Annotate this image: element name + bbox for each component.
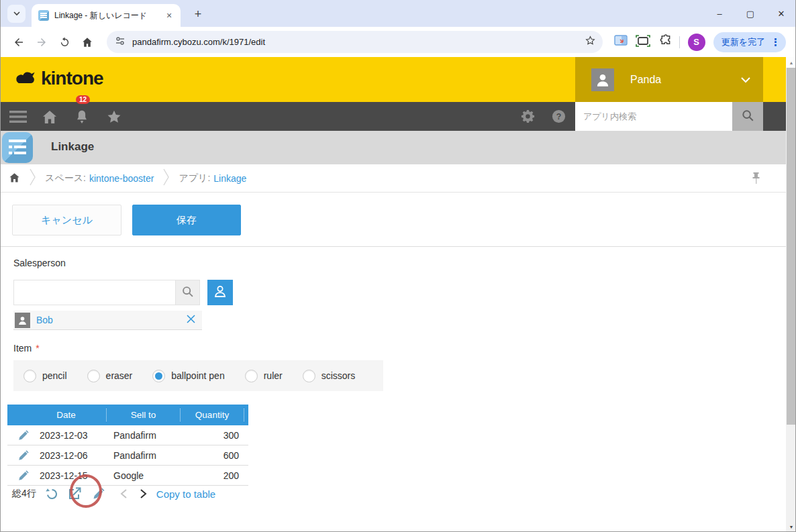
notification-badge: 12 — [76, 95, 90, 104]
user-chevron-down-icon — [740, 74, 751, 86]
address-bar[interactable]: pandafirm.cybozu.com/k/1971/edit — [107, 31, 603, 53]
selected-user-chip: Bob — [13, 311, 202, 330]
kintone-logo[interactable]: kintone — [14, 68, 103, 89]
radio-label: eraser — [106, 370, 133, 381]
minimize-button[interactable]: – — [704, 0, 735, 27]
url-text[interactable]: pandafirm.cybozu.com/k/1971/edit — [132, 37, 585, 47]
maximize-button[interactable]: ▢ — [735, 0, 766, 27]
user-name: Panda — [630, 74, 740, 86]
radio-option-scissors[interactable]: scissors — [303, 370, 356, 382]
favorites-star-icon[interactable] — [104, 102, 124, 131]
app-favicon-icon — [38, 10, 49, 21]
radio-label: pencil — [42, 370, 67, 381]
edit-row-pencil-icon[interactable] — [7, 470, 40, 482]
app-search-input[interactable] — [575, 102, 732, 131]
pin-icon[interactable] — [752, 172, 760, 187]
radio-option-ballpoint-pen[interactable]: ballpoint pen — [152, 370, 224, 382]
app-icon[interactable] — [2, 132, 33, 163]
cell-date: 2023-12-03 — [40, 430, 107, 441]
page-previous-icon[interactable] — [120, 489, 128, 498]
back-button[interactable] — [9, 32, 29, 52]
home-button[interactable] — [77, 32, 97, 52]
space-label: スペース: — [45, 172, 86, 184]
app-link[interactable]: Linkage — [213, 173, 246, 184]
space-link[interactable]: kintone-booster — [89, 173, 154, 184]
page-scrollbar[interactable]: ▲ ▼ — [786, 57, 796, 532]
salesperson-search-button[interactable] — [175, 280, 200, 305]
close-window-button[interactable]: ✕ — [766, 0, 796, 27]
chevron-down-icon — [13, 8, 21, 20]
toolbar-separator — [679, 36, 680, 48]
update-complete-button[interactable]: 更新を完了 ⋮ — [713, 32, 786, 52]
item-label: Item* — [13, 343, 40, 354]
profile-avatar[interactable]: S — [688, 34, 705, 51]
cell-sell-to: Pandafirm — [107, 430, 181, 441]
save-button[interactable]: 保存 — [132, 205, 241, 235]
cell-sell-to: Pandafirm — [107, 450, 181, 461]
cell-quantity: 600 — [181, 450, 244, 461]
edit-table-pencil-icon[interactable] — [92, 487, 105, 500]
scroll-down-icon[interactable]: ▼ — [786, 521, 796, 532]
radio-option-eraser[interactable]: eraser — [87, 370, 133, 382]
edit-row-pencil-icon[interactable] — [7, 429, 40, 441]
radio-icon[interactable] — [303, 370, 315, 382]
salesperson-search-input[interactable] — [13, 280, 175, 305]
notifications-bell-icon[interactable]: 12 — [72, 102, 92, 131]
user-menu[interactable]: Panda — [575, 57, 763, 102]
portal-home-icon[interactable] — [40, 102, 60, 131]
column-header-quantity[interactable]: Quantity — [181, 409, 244, 421]
browser-toolbar: pandafirm.cybozu.com/k/1971/edit S 更新を完了… — [1, 27, 796, 57]
app-search-button[interactable] — [732, 102, 763, 131]
item-radio-group: pencil eraser ballpoint pen ruler scisso… — [13, 360, 383, 391]
tab-search-button[interactable] — [7, 5, 26, 23]
user-select-button[interactable] — [207, 280, 233, 305]
page-next-icon[interactable] — [140, 489, 147, 498]
help-icon[interactable]: ? — [548, 102, 568, 131]
edit-row-pencil-icon[interactable] — [7, 449, 40, 462]
reload-button[interactable] — [54, 32, 74, 52]
radio-icon[interactable] — [87, 370, 100, 382]
app-label: アプリ: — [179, 172, 210, 184]
breadcrumb-chevron-icon — [163, 168, 169, 188]
radio-option-ruler[interactable]: ruler — [245, 370, 283, 382]
column-header-date[interactable]: Date — [7, 409, 107, 421]
radio-option-pencil[interactable]: pencil — [23, 370, 67, 382]
screenshot-icon[interactable] — [636, 35, 650, 50]
search-icon — [181, 284, 195, 301]
breadcrumb-home-icon[interactable] — [9, 172, 20, 185]
bookmark-star-icon[interactable] — [585, 35, 596, 49]
site-settings-icon[interactable] — [115, 36, 126, 49]
browser-tab[interactable]: Linkage - 新しいレコード × — [32, 4, 181, 27]
refresh-icon[interactable] — [45, 487, 59, 501]
radio-icon[interactable] — [152, 370, 165, 382]
cell-sell-to: Google — [107, 470, 181, 481]
browser-menu-icon[interactable]: ⋮ — [770, 36, 781, 48]
breadcrumb: スペース: kintone-booster アプリ: Linkage — [1, 164, 786, 193]
search-icon — [740, 108, 755, 125]
table-row: 2023-12-06 Pandafirm 600 — [7, 445, 248, 466]
radio-icon[interactable] — [23, 370, 36, 382]
scroll-up-icon[interactable]: ▲ — [786, 57, 796, 68]
required-mark: * — [36, 343, 39, 354]
side-panel-icon[interactable] — [614, 35, 628, 50]
radio-label: scissors — [321, 370, 356, 381]
copy-to-table-link[interactable]: Copy to table — [156, 488, 215, 500]
new-tab-button[interactable]: + — [190, 6, 206, 22]
total-rows-label: 総4行 — [12, 488, 36, 500]
cloud-icon — [14, 68, 38, 89]
open-editor-icon[interactable] — [68, 487, 81, 500]
radio-icon[interactable] — [245, 370, 258, 382]
salesperson-label: Salesperson — [13, 258, 66, 268]
scrollbar-thumb[interactable] — [787, 68, 796, 425]
forward-button[interactable] — [32, 32, 52, 52]
remove-user-icon[interactable] — [187, 314, 195, 326]
extensions-icon[interactable] — [658, 34, 671, 50]
hamburger-menu-icon[interactable] — [9, 102, 28, 131]
column-header-sell-to[interactable]: Sell to — [107, 409, 181, 421]
cancel-button[interactable]: キャンセル — [12, 205, 121, 235]
settings-gear-icon[interactable] — [517, 102, 538, 131]
close-tab-icon[interactable]: × — [163, 9, 175, 21]
app-title: Linkage — [51, 140, 94, 154]
selected-user-name[interactable]: Bob — [36, 315, 187, 325]
svg-text:?: ? — [556, 112, 561, 121]
